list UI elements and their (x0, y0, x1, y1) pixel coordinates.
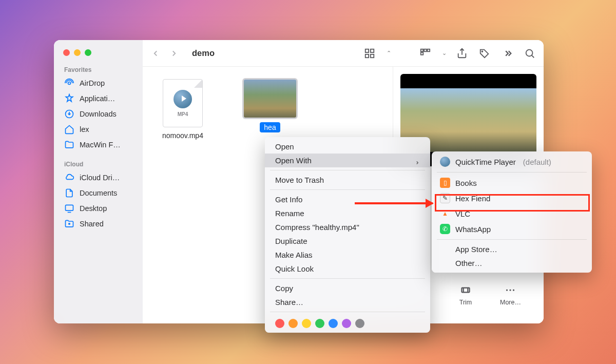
tag-color-row (265, 315, 430, 330)
submenu-item-hexfiend[interactable]: ✎ Hex Fiend (432, 190, 592, 206)
context-menu-share[interactable]: Share… (265, 295, 430, 309)
sidebar-item-label: Desktop (80, 204, 107, 213)
sidebar-item-label: Documents (80, 189, 117, 197)
forward-button[interactable] (169, 49, 179, 58)
sidebar-item-documents[interactable]: Documents (54, 185, 143, 201)
svg-point-13 (526, 49, 533, 56)
toolbar-right: ⌃ ⌄ (364, 48, 535, 59)
maximize-window-button[interactable] (85, 49, 91, 56)
whatsapp-icon: ✆ (440, 224, 450, 234)
chevron-right-icon (415, 158, 420, 163)
more-toolbar-button[interactable] (502, 48, 513, 59)
window-traffic-lights (54, 47, 143, 63)
menu-label: Get Info (275, 195, 302, 204)
default-suffix: (default) (523, 158, 551, 166)
tag-orange[interactable] (288, 319, 298, 328)
sidebar-item-label: Shared (80, 220, 104, 228)
submenu-item-appstore[interactable]: App Store… (432, 242, 592, 256)
close-window-button[interactable] (63, 49, 70, 56)
view-mode-button[interactable] (364, 48, 375, 59)
submenu-item-vlc[interactable]: ▲ VLC (432, 206, 592, 221)
submenu-label: WhatsApp (455, 225, 491, 234)
svg-point-16 (510, 289, 511, 291)
sidebar-section-icloud: iCloud (54, 158, 143, 170)
menu-label: Copy (275, 284, 293, 293)
toolbar: demo ⌃ ⌄ (143, 40, 544, 67)
context-menu-duplicate[interactable]: Duplicate (265, 234, 430, 248)
menu-label: Duplicate (275, 237, 307, 245)
search-button[interactable] (524, 48, 535, 59)
svg-point-0 (68, 82, 71, 85)
tag-gray[interactable] (355, 319, 364, 328)
submenu-label: Hex Fiend (455, 194, 490, 203)
sidebar-item-desktop[interactable]: Desktop (54, 201, 143, 216)
nav-buttons (151, 49, 184, 58)
context-menu-trash[interactable]: Move to Trash (265, 173, 430, 187)
svg-rect-4 (365, 49, 369, 52)
submenu-item-books[interactable]: ▯ Books (432, 175, 592, 190)
context-menu-make-alias[interactable]: Make Alias (265, 248, 430, 262)
svg-rect-7 (371, 54, 374, 57)
svg-rect-6 (365, 54, 369, 57)
file-item[interactable]: MP4 nomoov.mp4 (152, 79, 214, 140)
hexfiend-icon: ✎ (440, 193, 450, 203)
sidebar-section-favorites: Favorites (54, 63, 143, 75)
submenu-item-other[interactable]: Other… (432, 256, 592, 270)
menu-label: Move to Trash (275, 176, 324, 184)
sidebar-item-label: iCloud Dri… (80, 174, 120, 182)
tag-purple[interactable] (342, 319, 351, 328)
sidebar-item-macwin[interactable]: MacWin F… (54, 137, 143, 152)
file-type-badge: MP4 (178, 111, 188, 117)
quicktime-icon (440, 157, 450, 167)
submenu-label: Books (455, 179, 477, 187)
sidebar-item-applications[interactable]: Applicati… (54, 91, 143, 106)
sidebar-item-label: AirDrop (80, 79, 105, 87)
context-menu-compress[interactable]: Compress "healthy.mp4" (265, 220, 430, 234)
cloud-icon (64, 173, 74, 183)
svg-rect-5 (371, 49, 374, 52)
menu-separator (270, 189, 425, 190)
group-button[interactable] (419, 48, 431, 59)
preview-action-label: Trim (459, 299, 472, 306)
menu-separator (437, 239, 587, 240)
context-menu-open[interactable]: Open (265, 140, 430, 154)
submenu-item-default[interactable]: QuickTime Player (default) (432, 154, 592, 169)
tag-yellow[interactable] (302, 319, 311, 328)
back-button[interactable] (151, 49, 160, 58)
svg-rect-10 (428, 49, 430, 51)
minimize-window-button[interactable] (74, 49, 81, 56)
sidebar-item-iclouddrive[interactable]: iCloud Dri… (54, 170, 143, 185)
sidebar-item-home[interactable]: lex (54, 122, 143, 137)
file-item[interactable]: hea (239, 79, 301, 132)
shared-folder-icon (64, 219, 74, 229)
tag-blue[interactable] (329, 319, 338, 328)
sidebar-item-airdrop[interactable]: AirDrop (54, 75, 143, 91)
file-name-label: nomoov.mp4 (162, 131, 203, 140)
quicktime-icon (174, 90, 192, 108)
context-menu-copy[interactable]: Copy (265, 281, 430, 295)
preview-action-trim[interactable]: Trim (458, 283, 473, 306)
tags-button[interactable] (479, 48, 490, 59)
menu-label: Compress "healthy.mp4" (275, 223, 359, 232)
context-menu-open-with[interactable]: Open With (265, 154, 430, 167)
tag-green[interactable] (315, 319, 324, 328)
menu-label: Open (275, 142, 294, 151)
sidebar-item-shared[interactable]: Shared (54, 216, 143, 232)
context-menu-rename[interactable]: Rename (265, 206, 430, 220)
submenu-label: App Store… (455, 245, 497, 254)
document-icon (64, 188, 74, 198)
menu-separator (270, 278, 425, 279)
context-menu: Open Open With Move to Trash Get Info Re… (265, 137, 430, 333)
context-menu-quick-look[interactable]: Quick Look (265, 262, 430, 276)
menu-separator (270, 312, 425, 312)
desktop-icon (64, 203, 74, 214)
sidebar: Favorites AirDrop Applicati… Downloads l… (54, 40, 143, 323)
menu-separator (270, 170, 425, 170)
preview-action-more[interactable]: More… (500, 283, 521, 306)
sidebar-item-downloads[interactable]: Downloads (54, 106, 143, 122)
share-button[interactable] (456, 48, 468, 59)
svg-rect-2 (66, 205, 73, 210)
submenu-item-whatsapp[interactable]: ✆ WhatsApp (432, 221, 592, 237)
tag-red[interactable] (275, 319, 284, 328)
downloads-icon (64, 109, 74, 119)
